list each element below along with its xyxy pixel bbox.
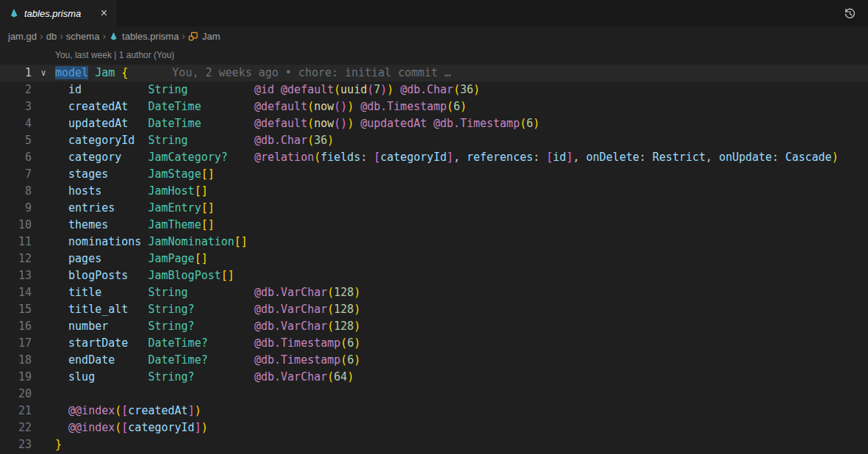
fold-spacer bbox=[32, 251, 55, 267]
breadcrumb-label: Jam bbox=[202, 31, 220, 42]
token: number bbox=[68, 320, 108, 333]
line-number[interactable]: 20 bbox=[0, 386, 32, 403]
line-number[interactable]: 1 bbox=[0, 65, 32, 82]
line-number[interactable]: 10 bbox=[0, 217, 32, 234]
line-number[interactable]: 12 bbox=[0, 251, 32, 267]
token: slug bbox=[68, 370, 95, 383]
token bbox=[55, 269, 68, 282]
breadcrumb-item-jam-gd[interactable]: jam.gd bbox=[8, 31, 37, 42]
file-history-button[interactable] bbox=[841, 4, 858, 22]
code-line[interactable]: 9 entries JamEntry[] bbox=[0, 200, 868, 217]
code-line[interactable]: 16 number String? @db.VarChar(128) bbox=[0, 318, 868, 335]
token: [] bbox=[234, 235, 248, 248]
line-number[interactable]: 21 bbox=[0, 403, 32, 419]
token: [ bbox=[546, 151, 553, 164]
line-number[interactable]: 9 bbox=[0, 200, 32, 217]
token bbox=[195, 303, 254, 316]
token: , bbox=[573, 151, 586, 164]
token: startDate bbox=[68, 336, 128, 350]
line-number[interactable]: 18 bbox=[0, 352, 32, 369]
token: ) bbox=[460, 100, 467, 113]
code-line[interactable]: 5 categoryId String @db.Char(36) bbox=[0, 132, 868, 149]
token: ] bbox=[447, 151, 453, 164]
line-number[interactable]: 16 bbox=[0, 318, 32, 335]
token: pages bbox=[68, 252, 101, 265]
code-line[interactable]: 8 hosts JamHost[] bbox=[0, 183, 868, 200]
token: , bbox=[706, 151, 719, 164]
token: ) bbox=[201, 421, 208, 434]
code-line[interactable]: 18 endDate DateTime? @db.Timestamp(6) bbox=[0, 352, 868, 369]
token: ) bbox=[387, 83, 394, 96]
chevron-right-icon: › bbox=[102, 31, 106, 41]
code-line[interactable]: 10 themes JamTheme[] bbox=[0, 217, 868, 234]
history-icon bbox=[844, 7, 856, 20]
fold-spacer bbox=[32, 149, 55, 166]
line-number[interactable]: 3 bbox=[0, 98, 32, 115]
token: @db.VarChar bbox=[254, 286, 327, 299]
breadcrumb-item-db[interactable]: db bbox=[46, 31, 57, 42]
token bbox=[55, 286, 68, 299]
token bbox=[274, 83, 281, 96]
breadcrumb-item-schema[interactable]: schema bbox=[66, 31, 100, 42]
fold-spacer bbox=[32, 352, 55, 369]
token: ( bbox=[327, 370, 334, 383]
line-number[interactable]: 11 bbox=[0, 234, 32, 251]
token bbox=[55, 353, 68, 367]
token bbox=[55, 151, 68, 164]
code-line[interactable]: 14 title String @db.VarChar(128) bbox=[0, 284, 868, 301]
line-number[interactable]: 15 bbox=[0, 301, 32, 318]
line-number[interactable]: 23 bbox=[0, 436, 32, 453]
breadcrumb-item-jam-model[interactable]: Jam bbox=[188, 31, 220, 42]
breadcrumb-item-tables-prisma[interactable]: tables.prisma bbox=[109, 31, 179, 42]
token: updatedAt bbox=[68, 117, 128, 130]
line-number[interactable]: 13 bbox=[0, 267, 32, 284]
token: } bbox=[55, 438, 62, 451]
token: title_alt bbox=[68, 303, 128, 316]
fold-chevron-icon[interactable]: ∨ bbox=[32, 65, 55, 82]
line-number[interactable]: 5 bbox=[0, 132, 32, 149]
line-number[interactable]: 6 bbox=[0, 149, 32, 166]
token: @id bbox=[254, 83, 274, 96]
token bbox=[55, 218, 68, 231]
code-line[interactable]: 1∨model Jam {You, 2 weeks ago • chore: i… bbox=[0, 65, 868, 82]
tab-tables-prisma[interactable]: tables.prisma × bbox=[0, 0, 116, 26]
token: hosts bbox=[68, 184, 101, 198]
code-line[interactable]: 23} bbox=[0, 436, 868, 453]
tab-close-icon[interactable]: × bbox=[98, 7, 110, 20]
blame-codelens[interactable]: You, last week | 1 author (You) bbox=[0, 46, 868, 65]
token bbox=[55, 134, 68, 147]
line-number[interactable]: 7 bbox=[0, 166, 32, 183]
tab-bar: tables.prisma × bbox=[0, 0, 868, 26]
token: DateTime bbox=[148, 100, 201, 113]
line-number[interactable]: 4 bbox=[0, 115, 32, 132]
code-line[interactable]: 7 stages JamStage[] bbox=[0, 166, 868, 183]
line-number[interactable]: 19 bbox=[0, 369, 32, 386]
chevron-right-icon: › bbox=[60, 31, 63, 41]
token: [ bbox=[374, 151, 381, 164]
token bbox=[55, 201, 68, 215]
code-line[interactable]: 4 updatedAt DateTime @default(now()) @up… bbox=[0, 115, 868, 132]
code-line[interactable]: 11 nominations JamNomination[] bbox=[0, 234, 868, 251]
line-number[interactable]: 22 bbox=[0, 419, 32, 436]
line-number[interactable]: 2 bbox=[0, 82, 32, 98]
code-line[interactable]: 22 @@index([categoryId]) bbox=[0, 419, 868, 436]
fold-spacer bbox=[32, 234, 55, 251]
token: @db.VarChar bbox=[254, 370, 327, 383]
line-number[interactable]: 8 bbox=[0, 183, 32, 200]
code-line[interactable]: 21 @@index([createdAt]) bbox=[0, 403, 868, 419]
code-line[interactable]: 20 bbox=[0, 386, 868, 403]
code-line[interactable]: 3 createdAt DateTime @default(now()) @db… bbox=[0, 98, 868, 115]
token: now bbox=[314, 117, 334, 130]
code-text: } bbox=[55, 436, 868, 453]
line-number[interactable]: 14 bbox=[0, 284, 32, 301]
code-line[interactable]: 6 category JamCategory? @relation(fields… bbox=[0, 149, 868, 166]
code-line[interactable]: 2 id String @id @default(uuid(7)) @db.Ch… bbox=[0, 82, 868, 98]
token: : bbox=[533, 151, 546, 164]
line-number[interactable]: 17 bbox=[0, 335, 32, 352]
code-line[interactable]: 13 blogPosts JamBlogPost[] bbox=[0, 267, 868, 284]
code-line[interactable]: 15 title_alt String? @db.VarChar(128) bbox=[0, 301, 868, 318]
code-line[interactable]: 12 pages JamPage[] bbox=[0, 251, 868, 267]
token: ) bbox=[195, 404, 201, 417]
code-line[interactable]: 19 slug String? @db.VarChar(64) bbox=[0, 369, 868, 386]
code-line[interactable]: 17 startDate DateTime? @db.Timestamp(6) bbox=[0, 335, 868, 352]
